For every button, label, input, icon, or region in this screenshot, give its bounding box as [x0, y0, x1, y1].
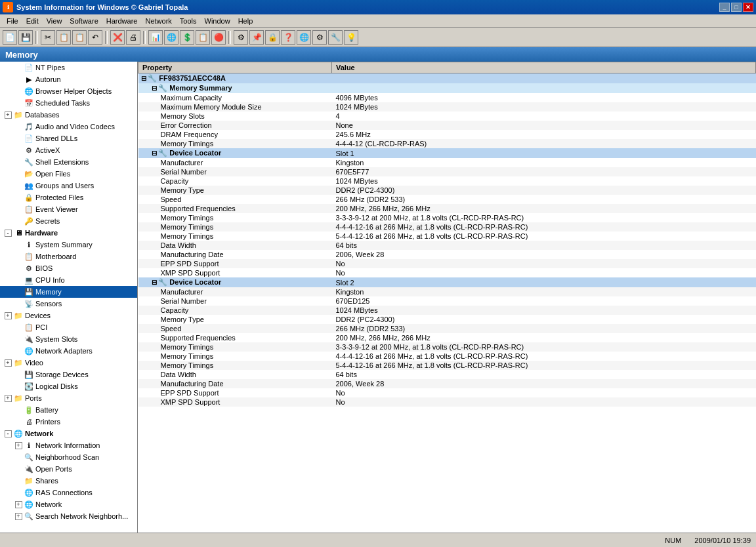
value-cell: No: [332, 397, 756, 407]
sidebar-item-open-files[interactable]: 📂 Open Files: [0, 168, 137, 180]
expander-devices[interactable]: +: [3, 310, 13, 321]
sidebar-item-audio-codecs[interactable]: 🎵 Audio and Video Codecs: [0, 121, 137, 132]
sidebar-item-hardware[interactable]: - 🖥 Hardware: [0, 227, 137, 239]
sidebar-item-neighborhood-scan[interactable]: 🔍 Neighborhood Scan: [0, 451, 137, 463]
sidebar-item-event-viewer[interactable]: 📋 Event Viewer: [0, 203, 137, 215]
sidebar-item-search-network[interactable]: + 🔍 Search Network Neighborh...: [0, 510, 137, 522]
menu-view[interactable]: View: [43, 16, 66, 26]
sidebar-item-ports[interactable]: + 📁 Ports: [0, 392, 137, 404]
toolbar-btn5[interactable]: 🔴: [211, 30, 226, 45]
toolbar-copy[interactable]: 📋: [56, 30, 71, 45]
menu-network[interactable]: Network: [141, 16, 175, 26]
toolbar-btn9[interactable]: ❓: [281, 30, 295, 45]
property-cell: Memory Type: [138, 186, 332, 195]
toolbar-delete[interactable]: ❌: [110, 30, 125, 45]
sidebar-item-protected-files[interactable]: 🔒 Protected Files: [0, 192, 137, 203]
sidebar-label: ActiveX: [35, 146, 60, 154]
expander-network[interactable]: -: [3, 428, 13, 439]
toolbar-print[interactable]: 🖨: [126, 30, 140, 45]
menu-edit[interactable]: Edit: [22, 16, 43, 26]
toolbar-btn3[interactable]: 💲: [180, 30, 194, 45]
close-button[interactable]: ✕: [743, 3, 753, 12]
sidebar-item-printers[interactable]: 🖨 Printers: [0, 416, 137, 428]
table-row: Data Width64 bits: [138, 241, 756, 250]
sidebar-item-autorun[interactable]: ▶ Autorun: [0, 73, 137, 85]
minimize-button[interactable]: _: [719, 3, 730, 12]
toolbar-undo[interactable]: ↶: [88, 30, 102, 45]
section-header: Memory: [0, 47, 756, 62]
toolbar-btn12[interactable]: 🔧: [328, 30, 343, 45]
sidebar-item-activex[interactable]: ⚙ ActiveX: [0, 144, 137, 156]
sidebar-item-nt-pipes[interactable]: 📄 NT Pipes: [0, 62, 137, 73]
sidebar-item-secrets[interactable]: 🔑 Secrets: [0, 215, 137, 227]
sidebar-item-video[interactable]: + 📁 Video: [0, 357, 137, 369]
sidebar-item-browser-helper[interactable]: 🌐 Browser Helper Objects: [0, 85, 137, 97]
toolbar-btn11[interactable]: ⚙: [312, 30, 327, 45]
sidebar-item-groups-users[interactable]: 👥 Groups and Users: [0, 180, 137, 192]
toolbar-btn7[interactable]: 📌: [249, 30, 264, 45]
toolbar-btn10[interactable]: 🌐: [297, 30, 311, 45]
collapse-icon[interactable]: ⊟: [152, 150, 159, 157]
sidebar-item-network-sub[interactable]: + 🌐 Network: [0, 498, 137, 510]
sidebar-item-system-summary[interactable]: ℹ System Summary: [0, 239, 137, 251]
sidebar-item-network-group[interactable]: - 🌐 Network: [0, 428, 137, 439]
toolbar-paste[interactable]: 📋: [72, 30, 87, 45]
sidebar-item-battery[interactable]: 🔋 Battery: [0, 404, 137, 416]
toolbar-cut[interactable]: ✂: [41, 30, 55, 45]
menu-tools[interactable]: Tools: [176, 16, 201, 26]
sidebar-item-shares[interactable]: 📁 Shares: [0, 475, 137, 487]
menu-help[interactable]: Help: [234, 16, 257, 26]
expander-hardware[interactable]: -: [3, 228, 13, 238]
collapse-icon[interactable]: ⊟: [152, 279, 159, 286]
main-area: 📄 NT Pipes ▶ Autorun 🌐 Browser Helper Ob…: [0, 62, 756, 533]
sidebar-item-sensors[interactable]: 📡 Sensors: [0, 298, 137, 310]
sidebar-item-network-adapters[interactable]: 🌐 Network Adapters: [0, 345, 137, 357]
toolbar-btn8[interactable]: 🔒: [265, 30, 280, 45]
col-property: Property: [138, 62, 332, 73]
sidebar-item-network-info[interactable]: + ℹ Network Information: [0, 439, 137, 451]
menu-file[interactable]: File: [3, 16, 22, 26]
motherboard-icon: 📋: [24, 251, 34, 262]
right-panel: Property Value ⊟ 🔧 FF983751AECC48A⊟ 🔧 Me…: [138, 62, 756, 533]
property-cell: Capacity: [138, 306, 332, 315]
sidebar-item-pci[interactable]: 📋 PCI: [0, 321, 137, 333]
sidebar-item-storage-devices[interactable]: 💾 Storage Devices: [0, 369, 137, 380]
sidebar-item-logical-disks[interactable]: 💽 Logical Disks: [0, 380, 137, 392]
toolbar-btn6[interactable]: ⚙: [234, 30, 248, 45]
sidebar-item-ras-connections[interactable]: 🌐 RAS Connections: [0, 487, 137, 498]
collapse-icon[interactable]: ⊟: [141, 75, 148, 82]
sidebar-label: Shell Extensions: [35, 158, 89, 166]
expander-search-net[interactable]: +: [13, 511, 24, 521]
toolbar-btn13[interactable]: 💡: [344, 30, 358, 45]
sidebar-item-bios[interactable]: ⚙ BIOS: [0, 262, 137, 274]
toolbar-btn2[interactable]: 🌐: [164, 30, 178, 45]
sidebar-item-cpu-info[interactable]: 💻 CPU Info: [0, 274, 137, 286]
toolbar-btn4[interactable]: 📋: [196, 30, 210, 45]
sidebar-item-devices[interactable]: + 📁 Devices: [0, 310, 137, 321]
sidebar-item-databases[interactable]: + 📁 Databases: [0, 109, 137, 121]
sidebar-item-scheduled-tasks[interactable]: 📅 Scheduled Tasks: [0, 97, 137, 109]
menu-window[interactable]: Window: [201, 16, 234, 26]
toolbar-new[interactable]: 📄: [3, 30, 17, 45]
sidebar-item-memory[interactable]: 💾 Memory: [0, 286, 137, 298]
expander-network-sub[interactable]: +: [13, 499, 24, 510]
maximize-button[interactable]: □: [731, 3, 742, 12]
openfiles-icon: 📂: [24, 169, 34, 179]
sidebar-item-motherboard[interactable]: 📋 Motherboard: [0, 251, 137, 262]
menu-hardware[interactable]: Hardware: [102, 16, 142, 26]
menu-software[interactable]: Software: [66, 16, 102, 26]
sidebar-item-open-ports[interactable]: 🔌 Open Ports: [0, 463, 137, 475]
collapse-icon[interactable]: ⊟: [152, 85, 159, 92]
expander-databases[interactable]: +: [3, 110, 13, 120]
toolbar-btn1[interactable]: 📊: [148, 30, 163, 45]
sidebar-item-shell-extensions[interactable]: 🔧 Shell Extensions: [0, 156, 137, 168]
expander-netinfo[interactable]: +: [13, 440, 24, 451]
sidebar-item-shared-dlls[interactable]: 📄 Shared DLLs: [0, 132, 137, 144]
toolbar-save[interactable]: 💾: [18, 30, 33, 45]
expander-ports[interactable]: +: [3, 393, 13, 403]
toolbar: 📄 💾 ✂ 📋 📋 ↶ ❌ 🖨 📊 🌐 💲 📋 🔴 ⚙ 📌 🔒 ❓ 🌐 ⚙ 🔧 …: [0, 28, 756, 47]
sidebar-item-system-slots[interactable]: 🔌 System Slots: [0, 333, 137, 345]
expander-video[interactable]: +: [3, 357, 13, 368]
value-cell: 200 MHz, 266 MHz, 266 MHz: [332, 204, 756, 213]
value-cell: 5-4-4-12-16 at 266 MHz, at 1.8 volts (CL…: [332, 232, 756, 241]
